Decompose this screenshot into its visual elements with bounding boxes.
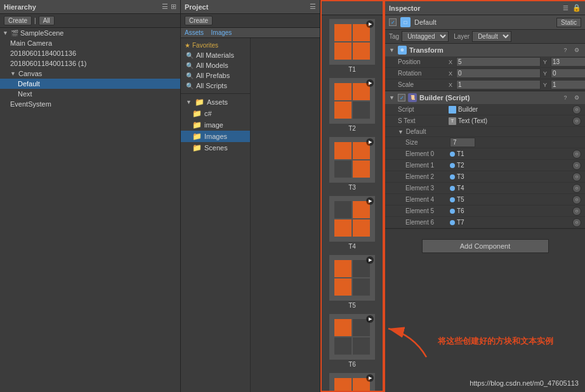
element-circle-2[interactable]: ○ (572, 173, 581, 181)
scene-root[interactable]: ▼ 🎬 SampleScene (0, 28, 180, 38)
image-item-t4[interactable]: ▶ T4 (324, 195, 380, 251)
position-row: Position X Y Z (385, 56, 585, 68)
play-icon: ▶ (366, 315, 374, 323)
script-circle-btn[interactable]: ○ (572, 105, 581, 114)
element-value-5: T6 (450, 207, 572, 214)
element-value-3: T4 (450, 185, 572, 192)
folder-assets[interactable]: ▼ 📁 Assets (181, 96, 250, 108)
add-component-btn[interactable]: Add Component (422, 239, 549, 253)
project-header: Project ☰ (181, 0, 320, 14)
element-name-1: T2 (457, 162, 572, 169)
folder-csharp[interactable]: 📁 c# (181, 108, 250, 119)
tree-item-default[interactable]: Default (0, 79, 180, 89)
tree-item-canvas[interactable]: ▼ Canvas (0, 69, 180, 79)
scene-icon: 🎬 (11, 30, 18, 37)
transform-help-icon[interactable]: ? (561, 46, 570, 55)
size-label: Size (405, 139, 450, 146)
builder-icon: 📜 (408, 93, 417, 102)
scale-y-field[interactable] (551, 80, 585, 89)
element-circle-3[interactable]: ○ (572, 184, 581, 193)
scene-name: SampleScene (20, 29, 64, 37)
item-label: 20180601184001136 (1) (10, 60, 87, 67)
favorites-title: Favorites (192, 42, 218, 49)
rotation-y-field[interactable] (551, 69, 585, 78)
search-icon: 🔍 (186, 82, 194, 89)
position-values: X Y Z (449, 57, 585, 67)
fav-all-materials[interactable]: 🔍 All Materials (181, 50, 250, 60)
tree-item-main-camera[interactable]: Main Camera (0, 38, 180, 48)
scale-x-field[interactable] (456, 80, 541, 89)
element-circle-5[interactable]: ○ (572, 207, 581, 216)
transform-header[interactable]: ▼ ⊕ Transform ? ⚙ (385, 44, 585, 56)
element-circle-6[interactable]: ○ (572, 218, 581, 227)
project-create-btn[interactable]: Create (185, 16, 213, 25)
image-item-t7[interactable]: ▶ T7 (324, 372, 380, 391)
element-value-0: T1 (450, 150, 572, 157)
image-thumb-t2: ▶ (329, 78, 375, 124)
hierarchy-create-btn[interactable]: Create (4, 16, 32, 25)
element-row-2: Element 2 T3 ○ (385, 171, 585, 183)
folder-image[interactable]: 📁 image (181, 119, 250, 131)
y-label: Y (543, 70, 549, 77)
project-toolbar: Create (181, 14, 320, 28)
element-row-6: Element 6 T7 ○ (385, 217, 585, 228)
active-checkbox[interactable]: ✓ (389, 18, 397, 26)
builder-section: ▼ ✓ 📜 Builder (Script) ? ⚙ Script Builde… (385, 91, 585, 229)
element-row-1: Element 1 T2 ○ (385, 160, 585, 171)
script-icon (449, 106, 456, 114)
image-item-t3[interactable]: ▶ T3 (324, 136, 380, 192)
element-label-0: Element 0 (405, 150, 450, 157)
builder-help-icon[interactable]: ? (561, 93, 570, 102)
position-y-field[interactable] (551, 57, 585, 67)
transform-settings-icon[interactable]: ⚙ (572, 46, 581, 55)
object-header: ✓ □ Default Static (385, 15, 585, 30)
folder-scenes[interactable]: 📁 Scenes (181, 142, 250, 154)
folder-icon: 📁 (192, 143, 202, 152)
assets-path-bar: Assets Images (181, 28, 320, 38)
transform-title: Transform (409, 46, 558, 54)
folder-images[interactable]: 📁 Images (181, 131, 250, 142)
element-circle-4[interactable]: ○ (572, 195, 581, 204)
position-y: Y (543, 57, 585, 67)
tag-select[interactable]: Untagged (402, 31, 449, 42)
fav-all-prefabs[interactable]: 🔍 All Prefabs (181, 70, 250, 81)
position-x-field[interactable] (456, 57, 541, 67)
image-item-t5[interactable]: ▶ T5 (324, 254, 380, 310)
fav-all-scripts[interactable]: 🔍 All Scripts (181, 81, 250, 91)
images-header (322, 1, 383, 15)
project-split: ★ Favorites 🔍 All Materials 🔍 All Models (181, 38, 320, 392)
element-circle-0[interactable]: ○ (572, 150, 581, 159)
folder-label: image (204, 121, 223, 129)
fav-label: All Models (196, 62, 228, 69)
builder-settings-icon[interactable]: ⚙ (572, 93, 581, 102)
fav-all-models[interactable]: 🔍 All Models (181, 60, 250, 70)
tree-item-next[interactable]: Next (0, 89, 180, 99)
stext-circle-btn[interactable]: ○ (572, 117, 581, 126)
builder-header[interactable]: ▼ ✓ 📜 Builder (Script) ? ⚙ (385, 91, 585, 104)
hierarchy-all-btn[interactable]: All (39, 16, 55, 25)
rotation-x-field[interactable] (456, 69, 541, 78)
assets-label: Assets (185, 29, 204, 36)
element-dot (450, 197, 455, 202)
size-field[interactable] (450, 138, 475, 147)
tree-item-0[interactable]: 20180601184001136 (0, 48, 180, 58)
static-button[interactable]: Static (556, 18, 581, 27)
stext-row: S Text T Text (Text) ○ (385, 115, 585, 127)
tag-label: Tag (389, 33, 399, 40)
builder-active[interactable]: ✓ (398, 94, 405, 101)
tree-item-1[interactable]: 20180601184001136 (1) (0, 58, 180, 69)
inspector-body: ✓ □ Default Static Tag Untagged Layer De… (385, 15, 585, 392)
layer-select[interactable]: Default (472, 31, 511, 42)
element-circle-1[interactable]: ○ (572, 161, 581, 170)
project-panel: Project ☰ Create Assets Images ★ Favor (181, 0, 320, 392)
folder-label: c# (204, 110, 212, 117)
image-item-t6[interactable]: ▶ T6 (324, 313, 380, 369)
tree-item-eventsystem[interactable]: EventSystem (0, 99, 180, 109)
script-name: Builder (458, 106, 478, 113)
image-item-t1[interactable]: ▶ T1 (324, 18, 380, 74)
inspector-menu-icon: ☰ (563, 4, 569, 11)
position-label: Position (398, 58, 449, 65)
hierarchy-pin-icon: ⊞ (171, 3, 176, 11)
image-item-t2[interactable]: ▶ T2 (324, 77, 380, 133)
x-label: X (449, 82, 455, 88)
